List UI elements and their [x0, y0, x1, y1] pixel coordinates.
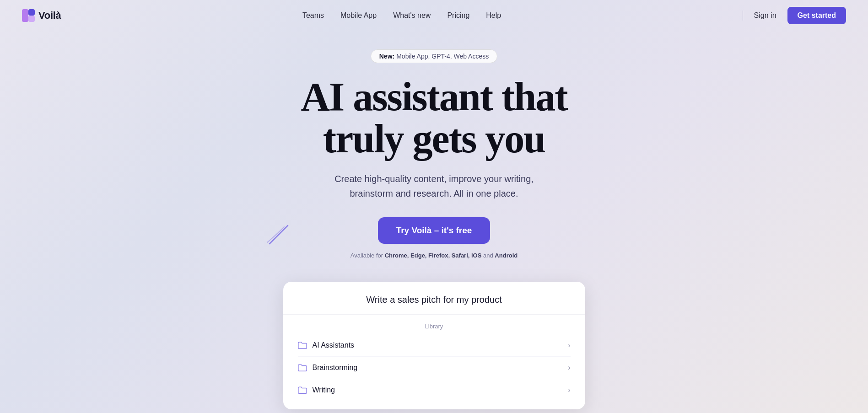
folder-icon-writing	[298, 386, 307, 395]
new-badge: New: Mobile App, GPT-4, Web Access	[371, 49, 498, 63]
chevron-right-icon-writing: ›	[568, 386, 570, 394]
new-badge-prefix: New:	[379, 53, 394, 60]
navbar: Voilà Teams Mobile App What's new Pricin…	[0, 0, 868, 31]
library-item-writing[interactable]: Writing ›	[298, 379, 571, 401]
logo-text: Voilà	[38, 10, 61, 21]
available-text: Available for Chrome, Edge, Firefox, Saf…	[350, 252, 518, 259]
chevron-right-icon-ai: ›	[568, 341, 570, 349]
hero-title-line2: truly gets you	[323, 117, 545, 161]
nav-right: Sign in Get started	[743, 7, 846, 24]
nav-links: Teams Mobile App What's new Pricing Help	[302, 11, 501, 20]
hero-title: AI assistant that truly gets you	[301, 76, 567, 161]
nav-help[interactable]: Help	[486, 11, 501, 20]
library-item-name-brainstorm: Brainstorming	[313, 364, 358, 372]
nav-mobile-app[interactable]: Mobile App	[340, 11, 377, 20]
library-label: Library	[298, 323, 571, 330]
available-platforms: Chrome, Edge, Firefox, Safari, iOS	[385, 252, 482, 259]
library-item-name-ai: AI Assistants	[313, 341, 355, 349]
sign-in-button[interactable]: Sign in	[754, 11, 776, 20]
chevron-right-icon-brainstorm: ›	[568, 364, 570, 372]
available-and: and	[483, 252, 493, 259]
app-card-body: Library AI Assistants › Brainstorming	[283, 315, 585, 409]
svg-rect-1	[28, 9, 35, 16]
logo-icon	[22, 9, 35, 22]
app-card: Write a sales pitch for my product Libra…	[283, 282, 585, 409]
available-prefix: Available for	[350, 252, 383, 259]
nav-whats-new[interactable]: What's new	[393, 11, 431, 20]
nav-teams[interactable]: Teams	[302, 11, 324, 20]
new-badge-text: Mobile App, GPT-4, Web Access	[396, 53, 489, 60]
get-started-button[interactable]: Get started	[787, 7, 846, 24]
library-item-left: AI Assistants	[298, 341, 355, 350]
app-card-prompt: Write a sales pitch for my product	[298, 295, 571, 305]
folder-icon-brainstorm	[298, 363, 307, 372]
nav-pricing[interactable]: Pricing	[447, 11, 469, 20]
library-item-left-brainstorm: Brainstorming	[298, 363, 358, 372]
available-last: Android	[495, 252, 518, 259]
library-item-ai-assistants[interactable]: AI Assistants ›	[298, 334, 571, 357]
hero-title-line1: AI assistant that	[301, 75, 567, 119]
try-voila-button[interactable]: Try Voilà – it's free	[378, 217, 491, 244]
library-item-left-writing: Writing	[298, 386, 335, 395]
nav-divider	[743, 11, 743, 21]
decorative-swish	[265, 223, 292, 246]
folder-icon-ai	[298, 341, 307, 350]
hero-subtitle: Create high-quality content, improve you…	[324, 172, 544, 201]
app-card-header: Write a sales pitch for my product	[283, 282, 585, 315]
library-item-brainstorming[interactable]: Brainstorming ›	[298, 357, 571, 379]
svg-rect-0	[22, 9, 28, 22]
svg-rect-2	[28, 16, 35, 22]
library-item-name-writing: Writing	[313, 386, 335, 394]
hero-section: New: Mobile App, GPT-4, Web Access AI as…	[0, 31, 868, 409]
logo-link[interactable]: Voilà	[22, 9, 61, 22]
